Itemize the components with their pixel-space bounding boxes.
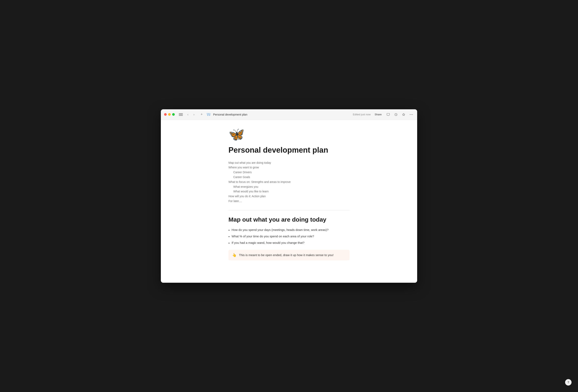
callout-text: This is meant to be open ended, draw it … (239, 253, 334, 258)
toc-item-7[interactable]: What would you like to learn (229, 189, 349, 194)
forward-button[interactable]: › (191, 112, 196, 117)
toc-item-3[interactable]: Career Drivers (229, 170, 349, 175)
nav-buttons: ‹ › (185, 112, 196, 117)
toc-item-4[interactable]: Career Goals (229, 175, 349, 180)
bullet-item-1: How do you spend your days (meetings, he… (229, 227, 349, 233)
close-button[interactable] (164, 113, 167, 116)
section1-heading: Map out what you are doing today (229, 216, 349, 223)
page-content: 🦋 Personal development plan Map out what… (216, 120, 362, 276)
fullscreen-button[interactable] (172, 113, 175, 116)
svg-point-3 (412, 114, 413, 115)
svg-point-2 (411, 114, 412, 115)
star-icon (402, 113, 405, 116)
toc-item-8[interactable]: How will you do it: Action plan (229, 194, 349, 199)
toc-item-2[interactable]: Where you want to grow (229, 165, 349, 170)
app-logo: 𝕎 (207, 112, 211, 117)
page-title: Personal development plan (229, 146, 349, 155)
toc-list: Map out what you are doing today Where y… (229, 161, 349, 204)
minimize-button[interactable] (168, 113, 171, 116)
more-icon (410, 114, 413, 115)
svg-point-1 (410, 114, 410, 115)
edited-status: Edited just now (353, 113, 371, 116)
section-divider (229, 210, 349, 210)
titlebar: ‹ › + 𝕎 Personal development plan Edited… (161, 109, 417, 120)
content-area[interactable]: 🦋 Personal development plan Map out what… (161, 120, 417, 283)
callout-box: 👆 This is meant to be open ended, draw i… (229, 250, 349, 260)
comment-button[interactable] (386, 112, 391, 117)
page-emoji: 🦋 (229, 128, 349, 141)
comment-icon (387, 113, 390, 116)
toc-item-6[interactable]: What energizes you (229, 184, 349, 189)
app-window: ‹ › + 𝕎 Personal development plan Edited… (161, 109, 417, 283)
more-button[interactable] (409, 112, 414, 117)
document-title: Personal development plan (213, 113, 350, 116)
toc-item-5[interactable]: What to focus on: Strengths and areas to… (229, 180, 349, 184)
add-button[interactable]: + (199, 112, 204, 117)
star-button[interactable] (401, 112, 406, 117)
back-button[interactable]: ‹ (185, 112, 191, 117)
help-button[interactable]: ? (565, 379, 572, 386)
titlebar-right: Edited just now Share (353, 112, 414, 117)
toc-item-1[interactable]: Map out what you are doing today (229, 161, 349, 165)
bullet-item-3: If you had a magic wand, how would you c… (229, 240, 349, 246)
section1-bullets: How do you spend your days (meetings, he… (229, 227, 349, 246)
history-icon (394, 113, 398, 116)
callout-emoji: 👆 (232, 253, 237, 257)
toc-item-9[interactable]: For later.... (229, 199, 349, 204)
history-button[interactable] (393, 112, 399, 117)
bullet-item-2: What % of your time do you spend on each… (229, 234, 349, 239)
share-button[interactable]: Share (373, 112, 383, 117)
menu-icon[interactable] (179, 113, 183, 117)
traffic-lights (164, 113, 175, 116)
